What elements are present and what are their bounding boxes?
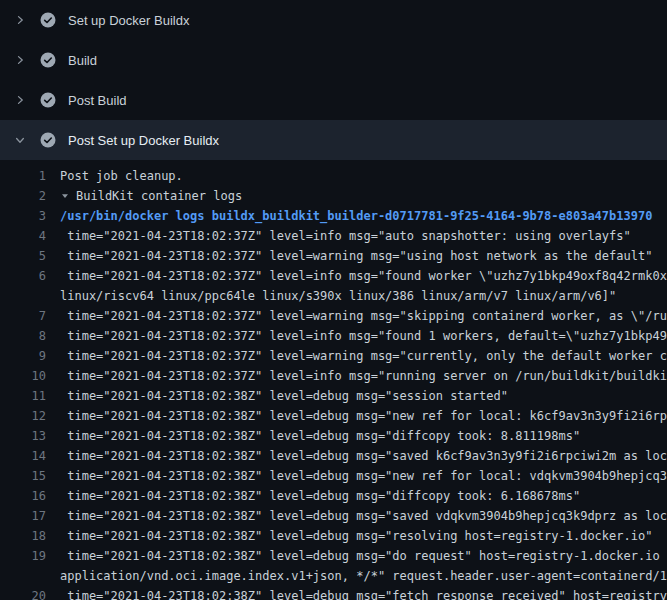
- log-text: time="2021-04-23T18:02:38Z" level=debug …: [60, 426, 580, 446]
- log-text: time="2021-04-23T18:02:38Z" level=debug …: [60, 486, 580, 506]
- step-label: Set up Docker Buildx: [68, 13, 189, 28]
- log-line: 14 time="2021-04-23T18:02:38Z" level=deb…: [0, 446, 667, 466]
- step-header-post-build[interactable]: Post Build: [0, 80, 667, 120]
- chevron-right-icon[interactable]: [12, 14, 28, 26]
- log-text: time="2021-04-23T18:02:37Z" level=warnin…: [60, 306, 667, 326]
- line-number[interactable]: 14: [0, 446, 46, 466]
- log-text: time="2021-04-23T18:02:38Z" level=debug …: [60, 546, 667, 566]
- log-text: Post job cleanup.: [60, 166, 183, 186]
- log-line: 1Post job cleanup.: [0, 166, 667, 186]
- log-lines: 1Post job cleanup.2BuildKit container lo…: [0, 160, 667, 600]
- chevron-right-icon[interactable]: [12, 54, 28, 66]
- line-number[interactable]: 19: [0, 546, 46, 566]
- log-line: 18 time="2021-04-23T18:02:38Z" level=deb…: [0, 526, 667, 546]
- line-number[interactable]: 13: [0, 426, 46, 446]
- line-number[interactable]: 2: [0, 186, 46, 206]
- check-circle-icon: [40, 92, 56, 108]
- log-text: time="2021-04-23T18:02:38Z" level=debug …: [60, 526, 652, 546]
- log-group-label: BuildKit container logs: [76, 186, 242, 206]
- log-text: time="2021-04-23T18:02:38Z" level=debug …: [60, 506, 667, 526]
- log-line: application/vnd.oci.image.index.v1+json,…: [0, 566, 667, 586]
- triangle-down-icon: [60, 191, 70, 201]
- line-number[interactable]: 1: [0, 166, 46, 186]
- log-text: time="2021-04-23T18:02:38Z" level=debug …: [60, 446, 667, 466]
- line-number[interactable]: 20: [0, 586, 46, 600]
- line-number[interactable]: 8: [0, 326, 46, 346]
- line-number[interactable]: 9: [0, 346, 46, 366]
- line-number[interactable]: 7: [0, 306, 46, 326]
- log-line: 4 time="2021-04-23T18:02:37Z" level=info…: [0, 226, 667, 246]
- step-label: Post Build: [68, 93, 127, 108]
- log-line: linux/riscv64 linux/ppc64le linux/s390x …: [0, 286, 667, 306]
- log-line: 13 time="2021-04-23T18:02:38Z" level=deb…: [0, 426, 667, 446]
- step-header-set-up-docker-buildx[interactable]: Set up Docker Buildx: [0, 0, 667, 40]
- step-label: Post Set up Docker Buildx: [68, 133, 219, 148]
- line-number[interactable]: 5: [0, 246, 46, 266]
- log-line: 11 time="2021-04-23T18:02:38Z" level=deb…: [0, 386, 667, 406]
- log-line: 5 time="2021-04-23T18:02:37Z" level=warn…: [0, 246, 667, 266]
- step-label: Build: [68, 53, 97, 68]
- line-number: [0, 286, 46, 306]
- line-number[interactable]: 6: [0, 266, 46, 286]
- log-line: 8 time="2021-04-23T18:02:37Z" level=info…: [0, 326, 667, 346]
- line-number[interactable]: 18: [0, 526, 46, 546]
- log-line: 2BuildKit container logs: [0, 186, 667, 206]
- log-line: 9 time="2021-04-23T18:02:37Z" level=warn…: [0, 346, 667, 366]
- log-text: time="2021-04-23T18:02:38Z" level=debug …: [60, 466, 667, 486]
- line-number: [0, 566, 46, 586]
- line-number[interactable]: 10: [0, 366, 46, 386]
- chevron-right-icon[interactable]: [12, 94, 28, 106]
- log-text: time="2021-04-23T18:02:37Z" level=info m…: [60, 226, 631, 246]
- actions-log-viewer: Set up Docker BuildxBuildPost BuildPost …: [0, 0, 667, 600]
- log-line: 16 time="2021-04-23T18:02:38Z" level=deb…: [0, 486, 667, 506]
- log-line: 6 time="2021-04-23T18:02:37Z" level=info…: [0, 266, 667, 286]
- log-line: 10 time="2021-04-23T18:02:37Z" level=inf…: [0, 366, 667, 386]
- log-line: 17 time="2021-04-23T18:02:38Z" level=deb…: [0, 506, 667, 526]
- log-line: 3/usr/bin/docker logs buildx_buildkit_bu…: [0, 206, 667, 226]
- log-line: 7 time="2021-04-23T18:02:37Z" level=warn…: [0, 306, 667, 326]
- line-number[interactable]: 11: [0, 386, 46, 406]
- step-header-build[interactable]: Build: [0, 40, 667, 80]
- log-command-text: /usr/bin/docker logs buildx_buildkit_bui…: [60, 206, 652, 226]
- log-text: time="2021-04-23T18:02:38Z" level=debug …: [60, 386, 508, 406]
- line-number[interactable]: 16: [0, 486, 46, 506]
- log-text: time="2021-04-23T18:02:37Z" level=warnin…: [60, 346, 667, 366]
- step-list: Set up Docker BuildxBuildPost BuildPost …: [0, 0, 667, 160]
- log-text: time="2021-04-23T18:02:37Z" level=info m…: [60, 266, 667, 286]
- log-line: 12 time="2021-04-23T18:02:38Z" level=deb…: [0, 406, 667, 426]
- log-text: time="2021-04-23T18:02:37Z" level=warnin…: [60, 246, 652, 266]
- log-text: time="2021-04-23T18:02:38Z" level=debug …: [60, 406, 667, 426]
- log-line: 20 time="2021-04-23T18:02:38Z" level=deb…: [0, 586, 667, 600]
- line-number[interactable]: 3: [0, 206, 46, 226]
- check-circle-icon: [40, 132, 56, 148]
- log-text: time="2021-04-23T18:02:37Z" level=info m…: [60, 366, 667, 386]
- log-line: 15 time="2021-04-23T18:02:38Z" level=deb…: [0, 466, 667, 486]
- log-line: 19 time="2021-04-23T18:02:38Z" level=deb…: [0, 546, 667, 566]
- log-group-toggle[interactable]: BuildKit container logs: [60, 186, 242, 206]
- line-number[interactable]: 4: [0, 226, 46, 246]
- log-text: time="2021-04-23T18:02:37Z" level=info m…: [60, 326, 667, 346]
- line-number[interactable]: 15: [0, 466, 46, 486]
- chevron-down-icon[interactable]: [12, 134, 28, 146]
- line-number[interactable]: 12: [0, 406, 46, 426]
- check-circle-icon: [40, 52, 56, 68]
- line-number[interactable]: 17: [0, 506, 46, 526]
- log-text: time="2021-04-23T18:02:38Z" level=debug …: [60, 586, 667, 600]
- check-circle-icon: [40, 12, 56, 28]
- log-text: linux/riscv64 linux/ppc64le linux/s390x …: [60, 286, 616, 306]
- step-header-post-set-up-docker-buildx[interactable]: Post Set up Docker Buildx: [0, 120, 667, 160]
- log-text: application/vnd.oci.image.index.v1+json,…: [60, 566, 667, 586]
